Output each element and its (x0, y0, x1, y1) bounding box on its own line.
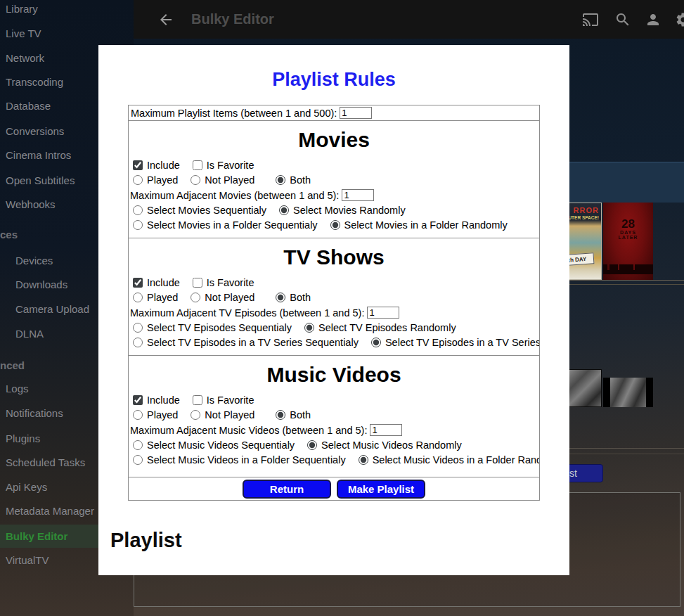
poster-text: DAYS (603, 230, 653, 235)
search-icon[interactable] (614, 11, 631, 28)
sidebar-item-bulky-editor[interactable]: Bulky Editor (6, 530, 67, 542)
back-arrow-icon[interactable] (157, 11, 174, 28)
sidebar-item-transcoding[interactable]: Transcoding (6, 76, 63, 88)
sidebar-item-logs[interactable]: Logs (6, 383, 29, 394)
tv-not-played-label: Not Played (205, 292, 254, 303)
sidebar-item-cinema-intros[interactable]: Cinema Intros (6, 149, 71, 161)
music-played-radio[interactable] (133, 410, 143, 420)
movies-folder-random-radio[interactable] (330, 220, 340, 230)
movie-poster-28-days-later[interactable]: 28 DAYS LATER (603, 203, 653, 280)
movies-both-label: Both (290, 174, 311, 186)
music-is-favorite-label: Is Favorite (207, 394, 254, 406)
thumbnail-image (610, 378, 646, 407)
tv-include-label: Include (147, 277, 180, 288)
sidebar-item-scheduled-tasks[interactable]: Scheduled Tasks (6, 456, 85, 468)
sidebar-item-plugins[interactable]: Plugins (6, 432, 40, 444)
movies-random-radio[interactable] (279, 205, 289, 215)
tv-is-favorite-checkbox[interactable] (193, 278, 202, 288)
sidebar-item-notifications[interactable]: Notifications (6, 407, 63, 419)
sidebar-item-api-keys[interactable]: Api Keys (6, 481, 47, 493)
movies-played-radio[interactable] (133, 175, 143, 185)
poster-text: LATER (603, 235, 653, 240)
music-sequential-label: Select Music Videos Sequentialy (147, 439, 295, 451)
settings-gear-icon[interactable] (675, 11, 684, 28)
modal-title: Playlist Rules (98, 69, 569, 91)
poster-skyline-art (603, 264, 653, 274)
sidebar-item-devices[interactable]: Devices (15, 255, 53, 267)
movies-max-adjacent-label: Maximum Adjacent Movies (between 1 and 5… (130, 190, 339, 201)
movies-folder-sequential-label: Select Movies in a Folder Sequentialy (147, 219, 318, 231)
sidebar-item-webhooks[interactable]: Webhooks (6, 198, 56, 210)
tv-series-random-radio[interactable] (371, 338, 381, 347)
movies-sequential-radio[interactable] (133, 205, 143, 215)
return-button[interactable]: Return (243, 480, 331, 499)
movies-both-radio[interactable] (276, 175, 285, 185)
movies-heading: Movies (129, 128, 539, 152)
tv-both-radio[interactable] (276, 293, 285, 302)
tv-sequential-label: Select TV Episodes Sequentialy (147, 322, 292, 333)
tv-include-checkbox[interactable] (133, 278, 143, 288)
music-folder-sequential-radio[interactable] (133, 455, 143, 465)
music-videos-section: Music Videos Include Is Favorite Played … (129, 356, 539, 477)
music-folder-random-label: Select Music Videos in a Folder Randomly (373, 454, 539, 466)
music-folder-sequential-label: Select Music Videos in a Folder Sequenti… (147, 454, 346, 466)
cast-icon[interactable] (582, 11, 599, 28)
movies-folder-random-label: Select Movies in a Folder Randomly (344, 219, 508, 231)
max-playlist-items-row: Maximum Playlist Items (between 1 and 50… (129, 105, 539, 121)
tv-played-label: Played (147, 292, 178, 303)
max-playlist-items-input[interactable] (340, 107, 372, 119)
tv-played-radio[interactable] (133, 293, 143, 302)
movies-include-checkbox[interactable] (133, 160, 143, 170)
sidebar-item-camera-upload[interactable]: Camera Upload (15, 303, 89, 315)
max-playlist-items-label: Maximum Playlist Items (between 1 and 50… (131, 108, 337, 119)
tv-max-adjacent-input[interactable] (367, 307, 399, 319)
movies-is-favorite-label: Is Favorite (207, 160, 254, 171)
sidebar-section-header-devices: ces (0, 229, 18, 240)
movies-random-label: Select Movies Randomly (293, 205, 406, 216)
tv-is-favorite-label: Is Favorite (207, 277, 254, 288)
playlist-rules-modal: Playlist Rules Maximum Playlist Items (b… (98, 45, 569, 575)
sidebar-item-database[interactable]: Database (6, 100, 51, 112)
sidebar-item-network[interactable]: Network (6, 52, 44, 64)
music-sequential-radio[interactable] (133, 440, 143, 450)
music-both-radio[interactable] (276, 410, 285, 420)
sidebar-item-open-subtitles[interactable]: Open Subtitles (6, 174, 75, 186)
tv-not-played-radio[interactable] (191, 293, 200, 302)
sidebar-item-metadata-manager[interactable]: Metadata Manager (6, 505, 94, 517)
topbar: Bulky Editor (134, 0, 684, 39)
movies-include-label: Include (147, 160, 180, 171)
music-random-label: Select Music Videos Randomly (321, 439, 462, 451)
music-max-adjacent-label: Maximum Adjacent Music Videos (between 1… (130, 425, 367, 436)
music-is-favorite-checkbox[interactable] (193, 395, 202, 405)
tv-random-label: Select TV Episodes Randomly (318, 322, 456, 333)
music-folder-random-radio[interactable] (359, 455, 368, 465)
tv-sequential-radio[interactable] (133, 323, 143, 333)
make-playlist-button[interactable]: Make Playlist (337, 480, 425, 499)
movies-is-favorite-checkbox[interactable] (193, 160, 202, 170)
sidebar-item-virtualtv[interactable]: VirtualTV (6, 554, 49, 566)
movies-max-adjacent-input[interactable] (342, 189, 374, 201)
playlist-rules-form: Maximum Playlist Items (between 1 and 50… (128, 105, 540, 501)
sidebar-item-conversions[interactable]: Conversions (6, 125, 64, 137)
sidebar-item-dlna[interactable]: DLNA (15, 328, 44, 340)
sidebar-section-header-advanced: nced (0, 359, 25, 371)
tv-series-sequential-radio[interactable] (133, 338, 143, 347)
sidebar-item-library[interactable]: Library (6, 3, 38, 15)
movies-section: Movies Include Is Favorite Played Not Pl… (129, 121, 539, 238)
movies-folder-sequential-radio[interactable] (133, 220, 143, 230)
tv-shows-heading: TV Shows (129, 245, 539, 269)
sidebar-item-live-tv[interactable]: Live TV (6, 27, 41, 39)
tv-both-label: Both (290, 292, 311, 303)
tv-random-radio[interactable] (304, 323, 314, 333)
playlist-heading: Playlist (110, 529, 182, 552)
modal-buttons-row: Return Make Playlist (129, 477, 539, 500)
music-video-thumbnail[interactable] (603, 378, 653, 407)
music-random-radio[interactable] (307, 440, 317, 450)
music-not-played-radio[interactable] (191, 410, 200, 420)
user-icon[interactable] (645, 11, 662, 28)
sidebar-item-downloads[interactable]: Downloads (15, 278, 67, 290)
music-include-checkbox[interactable] (133, 395, 143, 405)
movies-not-played-radio[interactable] (191, 175, 200, 185)
music-max-adjacent-input[interactable] (370, 424, 402, 436)
music-include-label: Include (147, 394, 180, 406)
